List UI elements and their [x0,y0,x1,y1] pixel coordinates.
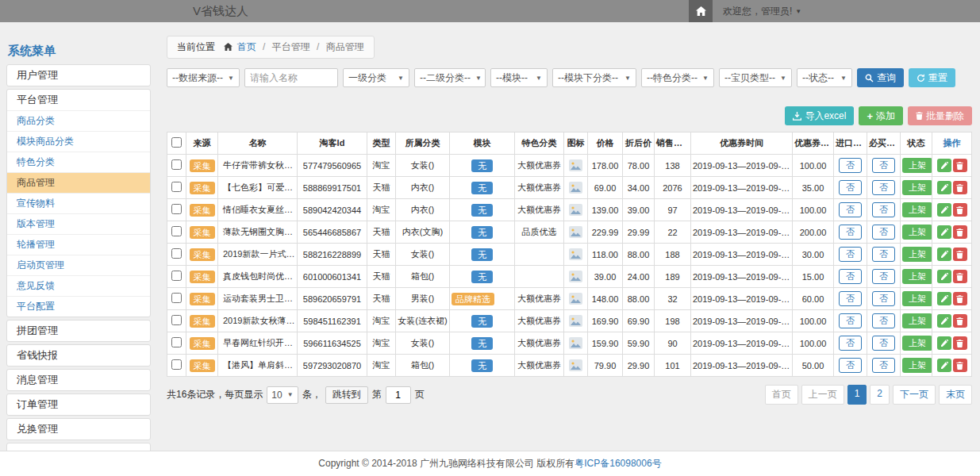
status-button[interactable]: 上架 [902,225,932,240]
row-checkbox[interactable] [171,182,182,192]
edit-button[interactable] [937,292,951,305]
add-button[interactable]: + 添加 [859,106,903,125]
imported-toggle[interactable]: 否 [839,336,862,351]
level2-category-select[interactable]: --二级分类--▼ [414,68,486,87]
batch-delete-button[interactable]: 批量删除 [908,106,972,125]
delete-button[interactable] [953,181,967,194]
edit-button[interactable] [937,336,951,350]
status-button[interactable]: 上架 [902,202,932,217]
imported-toggle[interactable]: 否 [839,269,862,284]
imported-toggle[interactable]: 否 [839,313,862,328]
sidebar-item-1[interactable]: 平台管理 [7,90,150,110]
sidebar-item-4[interactable]: 消息管理 [7,370,150,390]
delete-button[interactable] [953,225,967,239]
row-checkbox[interactable] [171,315,182,325]
mustbuy-toggle[interactable]: 否 [872,180,895,195]
sidebar-item-3[interactable]: 省钱快报 [7,345,150,366]
imported-toggle[interactable]: 否 [839,358,862,373]
sidebar-subitem-4[interactable]: 宣传物料 [7,193,150,213]
delete-button[interactable] [953,292,967,305]
page-button-下一页[interactable]: 下一页 [893,385,936,405]
mustbuy-toggle[interactable]: 否 [872,269,895,284]
status-button[interactable]: 上架 [902,358,932,373]
select-all-checkbox[interactable] [171,137,182,148]
status-button[interactable]: 上架 [902,269,932,284]
page-button-上一页[interactable]: 上一页 [801,385,844,405]
edit-button[interactable] [937,314,951,328]
delete-button[interactable] [953,270,967,283]
mustbuy-toggle[interactable]: 否 [872,158,895,173]
row-checkbox[interactable] [171,271,182,281]
imported-toggle[interactable]: 否 [839,247,862,262]
mustbuy-toggle[interactable]: 否 [872,202,895,217]
edit-button[interactable] [937,203,951,217]
delete-button[interactable] [953,336,967,350]
page-button-1[interactable]: 1 [847,385,867,405]
row-checkbox[interactable] [171,159,182,170]
edit-button[interactable] [937,248,951,261]
module-sub-category-select[interactable]: --模块下分类--▼ [552,68,636,87]
delete-button[interactable] [953,359,967,372]
sidebar-item-2[interactable]: 拼团管理 [7,321,150,341]
sidebar-subitem-0[interactable]: 商品分类 [7,110,150,131]
status-button[interactable]: 上架 [902,247,932,262]
edit-button[interactable] [937,270,951,283]
sidebar-subitem-5[interactable]: 版本管理 [7,213,150,234]
home-button[interactable] [689,0,713,22]
edit-button[interactable] [937,181,951,194]
sidebar-item-6[interactable]: 兑换管理 [7,419,150,440]
status-select[interactable]: --状态--▼ [797,68,852,87]
imported-toggle[interactable]: 否 [839,180,862,195]
sidebar-subitem-8[interactable]: 意见反馈 [7,275,150,296]
delete-button[interactable] [953,159,967,172]
sidebar-subitem-1[interactable]: 模块商品分类 [7,131,150,152]
status-button[interactable]: 上架 [902,180,932,195]
row-checkbox[interactable] [171,337,182,347]
page-button-2[interactable]: 2 [870,385,890,405]
delete-button[interactable] [953,248,967,261]
status-button[interactable]: 上架 [902,291,932,306]
reset-button[interactable]: 重置 [909,68,955,87]
imported-toggle[interactable]: 否 [839,158,862,173]
edit-button[interactable] [937,225,951,239]
edit-button[interactable] [937,359,951,372]
row-checkbox[interactable] [171,359,182,370]
sidebar-item-0[interactable]: 用户管理 [7,65,150,86]
status-button[interactable]: 上架 [902,313,932,328]
mustbuy-toggle[interactable]: 否 [872,358,895,373]
module-select[interactable]: --模块--▼ [490,68,548,87]
search-button[interactable]: 查询 [857,68,904,87]
imported-toggle[interactable]: 否 [839,291,862,306]
row-checkbox[interactable] [171,293,182,303]
imported-toggle[interactable]: 否 [839,225,862,240]
item-type-select[interactable]: --宝贝类型--▼ [719,68,792,87]
mustbuy-toggle[interactable]: 否 [872,336,895,351]
delete-button[interactable] [953,203,967,217]
sidebar-subitem-7[interactable]: 启动页管理 [7,255,150,275]
name-search-input[interactable] [244,68,338,87]
level1-category-select[interactable]: 一级分类▼ [343,68,409,87]
status-button[interactable]: 上架 [902,336,932,351]
imported-toggle[interactable]: 否 [839,202,862,217]
page-number-input[interactable] [386,386,411,404]
status-button[interactable]: 上架 [902,158,932,173]
jump-button[interactable]: 跳转到 [325,386,368,404]
page-button-首页[interactable]: 首页 [765,385,798,405]
sidebar-subitem-6[interactable]: 轮播管理 [7,234,150,255]
edit-button[interactable] [937,159,951,172]
page-button-末页[interactable]: 末页 [939,385,972,405]
user-menu[interactable]: 欢迎您，管理员! ▼ [723,5,801,18]
row-checkbox[interactable] [171,248,182,259]
import-excel-button[interactable]: 导入excel [785,106,854,125]
feature-category-select[interactable]: --特色分类--▼ [641,68,714,87]
sidebar-subitem-9[interactable]: 平台配置 [7,296,150,317]
sidebar-subitem-3[interactable]: 商品管理 [7,172,150,193]
mustbuy-toggle[interactable]: 否 [872,291,895,306]
mustbuy-toggle[interactable]: 否 [872,247,895,262]
page-size-select[interactable]: 10 ▼ [267,386,298,404]
delete-button[interactable] [953,314,967,328]
icp-link[interactable]: 粤ICP备16098006号 [575,457,661,470]
data-source-select[interactable]: --数据来源-- ▼ [167,68,240,87]
row-checkbox[interactable] [171,204,182,214]
sidebar-subitem-2[interactable]: 特色分类 [7,152,150,172]
